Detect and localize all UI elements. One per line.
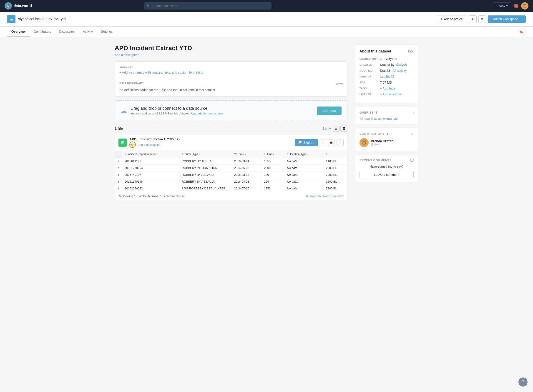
download-button[interactable]: ⬇ (469, 15, 477, 23)
tabs-bar: Overview Contributors Discussion Activit… (0, 27, 533, 37)
file-actions: 📊 Explore ⬇ ⊞ ⋮ (295, 139, 344, 146)
add-description-link[interactable]: Add a description (114, 53, 347, 57)
comment-bubble-icon: 💬 (410, 159, 414, 162)
contributor-item: 🦉 Brenda Griffith @siyeh (360, 138, 414, 147)
file-card: 📊 APD_Incident_Extract_YTD.csv 99+ Add a… (114, 134, 347, 200)
explore-label: Explore (304, 141, 314, 145)
created-user-link[interactable]: @siyeh (396, 63, 407, 66)
dataset-title-area: ☁ siyeh/apd-incident-extract-ytd (7, 15, 66, 23)
tab-overview[interactable]: Overview (7, 27, 29, 37)
col-header-crime[interactable]: Tcrime_type ▾ (179, 151, 231, 158)
add-tags-link[interactable]: + Add tags (380, 87, 395, 90)
all-activity-link[interactable]: All activity (392, 69, 407, 72)
switch-view-link[interactable]: ⇄ Switch to column overview (305, 194, 344, 198)
col-header-extra[interactable]: T (323, 151, 347, 158)
search-bar (144, 2, 271, 9)
cell-extra: 2300 BL (323, 165, 347, 172)
file-more-button[interactable]: ⋮ (337, 139, 344, 146)
logo-text: data.world (14, 4, 32, 8)
add-data-button[interactable]: Add data (317, 107, 342, 115)
table-footer: ⊕ Showing 1-5 of 95,668 rows, 10 columns… (115, 192, 347, 200)
new-button[interactable]: + New ▾ (493, 3, 511, 9)
user-avatar[interactable]: 🦉 (521, 2, 528, 9)
file-meta: 99+ Add a description (129, 141, 180, 148)
cell-time: 1253 (261, 185, 284, 192)
notification-badge[interactable]: 1 (514, 4, 519, 8)
meta-key-shared: SHARED WITH (360, 57, 380, 61)
data-dict-label: DATA DICTIONARY (119, 82, 144, 84)
leave-comment-button[interactable]: Leave a comment (360, 171, 414, 178)
row-num: 1 (115, 158, 122, 165)
file-grid-button[interactable]: ⊞ (328, 139, 335, 146)
tab-activity[interactable]: Activity (79, 27, 97, 37)
bookmark-count: 1 (524, 30, 526, 34)
meta-created: CREATED Dec 28 by @siyeh (360, 63, 414, 66)
tab-settings[interactable]: Settings (97, 27, 117, 37)
edit-link[interactable]: Edit (408, 50, 414, 53)
list-toggle[interactable]: ☰ (340, 126, 347, 131)
comments-title: RECENT COMMENTS 💬 (360, 159, 414, 162)
meta-val-license: + Add a license (380, 93, 414, 96)
warning-badge[interactable]: 99+ (129, 141, 136, 148)
gear-icon[interactable]: ⚙ (411, 132, 414, 135)
upgrade-link[interactable]: Upgrade for more space (191, 112, 223, 115)
row-num: 2 (115, 165, 122, 172)
query-item[interactable]: ⬜ apd_incident_extract_ytd (360, 117, 414, 120)
launch-workspace-button[interactable]: Launch workspace → (488, 15, 526, 23)
cell-crime: ROBBERY BY ASSAULT (179, 172, 231, 178)
tab-discussion[interactable]: Discussion (55, 27, 79, 37)
contributors-section: CONTRIBUTORS (1) ⚙ 🦉 Brenda Griffith @si… (355, 128, 419, 151)
col-header-time[interactable]: #time ▾ (261, 151, 284, 158)
add-summary-link[interactable]: + Add a summary with images, links, and … (119, 71, 343, 74)
cell-extra: 1100 BL (323, 158, 347, 165)
drop-title: Drag and drop or connect to a data sourc… (131, 106, 313, 111)
summary-card: SUMMARY + Add a summary with images, lin… (114, 61, 347, 97)
data-table: #incident_report_number ▾ Tcrime_type ▾ … (115, 151, 347, 192)
meta-val-size: 7.07 MB (380, 81, 414, 84)
sort-button[interactable]: Sort ▾ (323, 127, 331, 130)
top-navigation: 🦉 data.world + New ▾ 1 🦉 (0, 0, 533, 12)
meta-key-size: SIZE (360, 81, 380, 84)
meta-tags: TAGS + Add tags (360, 87, 414, 90)
explore-button[interactable]: 📊 Explore (295, 139, 318, 146)
add-to-project-label: Add to project (444, 17, 463, 21)
file-add-description[interactable]: Add a description (138, 143, 160, 146)
grid-view-button[interactable]: ⊞ (478, 15, 486, 23)
tab-contributors[interactable]: Contributors (29, 27, 55, 37)
meta-shared-with: SHARED WITH ● Everyone (360, 57, 414, 61)
meta-val-version: 1ed49c43 (380, 75, 414, 78)
drop-subtitle-text: You can add up to 492.93 MB to this data… (131, 112, 189, 115)
logo[interactable]: 🦉 data.world (5, 2, 32, 9)
view-link[interactable]: View (336, 82, 343, 86)
add-license-link[interactable]: + Add a license (380, 93, 402, 96)
col-header-incident[interactable]: #incident_report_number ▾ (122, 151, 179, 158)
file-type-icon: 📊 (119, 139, 127, 147)
col-header-location[interactable]: Tlocation_type ▾ (284, 151, 323, 158)
search-input[interactable] (144, 2, 271, 9)
queries-chevron[interactable]: › (413, 111, 414, 114)
contributors-title: CONTRIBUTORS (1) (360, 132, 390, 135)
contributor-handle[interactable]: @siyeh (371, 143, 393, 146)
col-header-date[interactable]: 📅date ▾ (231, 151, 261, 158)
add-to-project-button[interactable]: + Add to project (437, 15, 467, 23)
cell-date: 2016-07-25 (231, 185, 261, 192)
cell-date: 2016-03-14 (231, 172, 261, 178)
bookmark-area[interactable]: 🔖 1 (519, 27, 526, 37)
cell-crime: ROBBERY INFORMATION (179, 165, 231, 172)
file-controls: Sort ▾ ⊞ ☰ (323, 126, 347, 131)
cell-incident: 2016611196 (122, 158, 179, 165)
grid-toggle[interactable]: ⊞ (333, 126, 339, 131)
version-link[interactable]: 1ed49c43 (380, 75, 394, 78)
footer-text: Showing 1-5 of 95,668 rows, 10 columns (122, 194, 176, 198)
data-table-container: #incident_report_number ▾ Tcrime_type ▾ … (115, 151, 347, 192)
file-download-button[interactable]: ⬇ (320, 139, 326, 146)
file-count: 1 file (114, 126, 123, 131)
see-all-link[interactable]: See all (176, 194, 185, 198)
row-num-header (115, 151, 122, 158)
contributor-name: Brenda Griffith (371, 139, 393, 143)
summary-label: SUMMARY (119, 66, 343, 69)
cell-incident: 20161140148 (122, 178, 179, 185)
dataset-header: ☁ siyeh/apd-incident-extract-ytd + Add t… (0, 12, 533, 27)
cell-incident: 20161270664 (122, 165, 179, 172)
drop-subtitle: You can add up to 492.93 MB to this data… (131, 112, 313, 115)
